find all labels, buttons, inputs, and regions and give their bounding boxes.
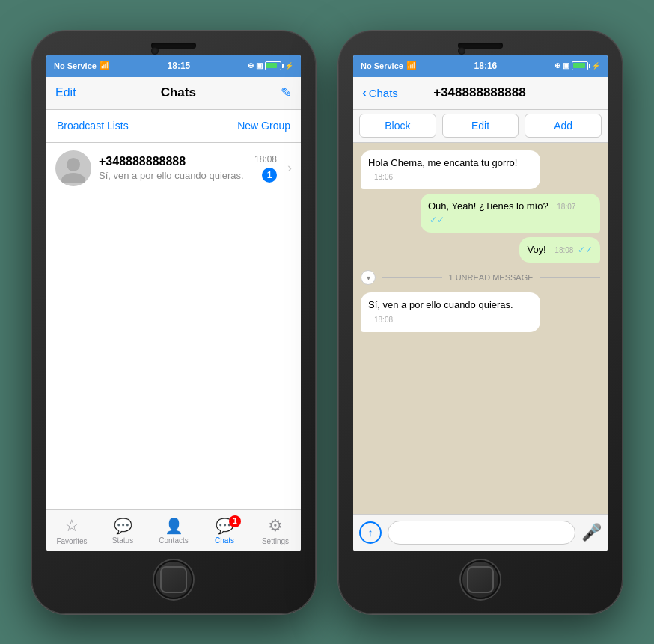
- edit-button-left[interactable]: Edit: [55, 86, 76, 99]
- message-incoming-4: Sí, ven a por ello cuando quieras. 18:08: [361, 292, 540, 331]
- message-text-2: Ouh, Yeah! ¿Tienes lo mío?: [428, 200, 548, 212]
- svg-point-1: [61, 173, 85, 183]
- unread-badge: 1: [262, 168, 277, 183]
- speaker-left: [151, 43, 196, 49]
- unread-line-right: [540, 277, 600, 278]
- status-label: Status: [112, 536, 133, 545]
- messages-area: Hola Chema, me encanta tu gorro! 18:06 O…: [353, 143, 608, 514]
- back-to-chats-button[interactable]: ‹ Chats: [362, 86, 398, 99]
- action-bar: Block Edit Add: [353, 110, 608, 143]
- tab-status[interactable]: 💬 Status: [97, 517, 148, 545]
- chats-tab-label: Chats: [215, 536, 234, 545]
- message-text-3: Voy!: [527, 244, 545, 255]
- microphone-button[interactable]: 🎤: [581, 523, 602, 542]
- status-signal-left: No Service 📶: [54, 61, 110, 70]
- wifi-icon-left: 📶: [100, 61, 110, 70]
- unread-divider: ▾ 1 UNREAD MESSAGE: [361, 267, 600, 288]
- chat-list: +348888888888 Sí, ven a por ello cuando …: [46, 143, 301, 509]
- attach-button[interactable]: ↑: [359, 521, 382, 544]
- new-group-button[interactable]: New Group: [237, 120, 290, 132]
- message-outgoing-2: Ouh, Yeah! ¿Tienes lo mío? 18:07 ✓✓: [421, 194, 600, 233]
- message-text-1: Hola Chema, me encanta tu gorro!: [368, 157, 517, 168]
- message-incoming-1: Hola Chema, me encanta tu gorro! 18:06: [361, 150, 540, 189]
- message-text-4: Sí, ven a por ello cuando quieras.: [368, 299, 513, 310]
- lightning-icon-right: ⚡: [592, 62, 600, 70]
- signal-text-left: No Service: [54, 61, 97, 70]
- chat-meta: 18:08 1: [254, 154, 277, 183]
- lightning-icon-left: ⚡: [285, 62, 293, 70]
- tab-favorites[interactable]: ☆ Favorites: [46, 516, 97, 545]
- contact-title: +348888888888: [433, 85, 525, 100]
- nav-bar-left: Edit Chats ✎: [46, 77, 301, 110]
- home-button-left[interactable]: [154, 560, 193, 599]
- home-button-inner-right: [467, 566, 494, 593]
- favorites-icon: ☆: [64, 516, 79, 536]
- replay-icon-right: ⊕: [554, 61, 560, 70]
- left-screen: No Service 📶 18:15 ⊕ ▣ ⚡ Edit Chats ✎ Br…: [46, 55, 301, 551]
- tab-settings[interactable]: ⚙ Settings: [250, 516, 301, 545]
- contacts-label: Contacts: [159, 536, 188, 545]
- replay-icon-left: ⊕: [248, 61, 254, 70]
- message-time-2: 18:07: [557, 202, 575, 212]
- tab-bar: ☆ Favorites 💬 Status 👤 Contacts 💬 1 Chat…: [46, 509, 301, 551]
- status-time-left: 18:15: [168, 61, 191, 71]
- chat-info: +348888888888 Sí, ven a por ello cuando …: [99, 155, 247, 181]
- camera-left: [151, 47, 159, 55]
- chat-item[interactable]: +348888888888 Sí, ven a por ello cuando …: [46, 143, 301, 194]
- edit-contact-button[interactable]: Edit: [442, 114, 519, 138]
- right-phone: No Service 📶 18:16 ⊕ ▣ ⚡ ‹ Chats +348888…: [338, 31, 623, 614]
- unread-line-left: [382, 277, 442, 278]
- message-outgoing-3: Voy! 18:08 ✓✓: [519, 237, 600, 263]
- settings-label: Settings: [262, 537, 289, 545]
- camera-right: [458, 47, 465, 55]
- favorites-label: Favorites: [56, 537, 87, 545]
- home-button-inner-left: [160, 566, 187, 593]
- signal-text-right: No Service: [361, 61, 403, 70]
- chevron-right-icon: ›: [287, 160, 292, 176]
- back-label: Chats: [369, 87, 398, 99]
- status-signal-right: No Service 📶: [361, 61, 417, 70]
- status-bar-right: No Service 📶 18:16 ⊕ ▣ ⚡: [353, 55, 608, 77]
- status-icon: 💬: [114, 517, 132, 535]
- speaker-right: [458, 43, 503, 49]
- settings-icon: ⚙: [268, 516, 283, 536]
- battery-left: ⚡: [265, 61, 293, 70]
- contacts-icon: 👤: [165, 517, 183, 535]
- status-right-right: ⊕ ▣ ⚡: [554, 61, 600, 70]
- block-button[interactable]: Block: [359, 114, 436, 138]
- status-time-right: 18:16: [474, 61, 498, 71]
- chats-title: Chats: [161, 85, 196, 100]
- tab-chats[interactable]: 💬 1 Chats: [199, 517, 250, 545]
- photo-icon-right: ▣: [563, 61, 569, 70]
- status-bar-left: No Service 📶 18:15 ⊕ ▣ ⚡: [46, 55, 301, 77]
- message-time-3: 18:08: [554, 245, 573, 256]
- chat-preview: Sí, ven a por ello cuando quieras.: [99, 170, 247, 181]
- home-button-right[interactable]: [461, 560, 500, 599]
- tab-contacts[interactable]: 👤 Contacts: [148, 517, 199, 545]
- left-phone: No Service 📶 18:15 ⊕ ▣ ⚡ Edit Chats ✎ Br…: [31, 31, 316, 614]
- unread-arrow-icon: ▾: [361, 270, 376, 285]
- message-input[interactable]: [388, 521, 575, 545]
- chat-time: 18:08: [254, 154, 277, 165]
- input-bar: ↑ 🎤: [353, 514, 608, 551]
- unread-text: 1 UNREAD MESSAGE: [448, 273, 533, 282]
- photo-icon-left: ▣: [256, 61, 263, 70]
- wifi-icon-right: 📶: [406, 61, 417, 70]
- chat-name: +348888888888: [99, 155, 247, 168]
- broadcast-bar: Broadcast Lists New Group: [46, 110, 301, 143]
- svg-point-0: [67, 158, 80, 171]
- chats-tab-badge: 1: [229, 515, 241, 527]
- avatar: [55, 150, 91, 186]
- nav-bar-right: ‹ Chats +348888888888: [353, 77, 608, 110]
- message-time-4: 18:08: [374, 315, 393, 325]
- battery-right: ⚡: [572, 61, 600, 70]
- back-arrow-icon: ‹: [362, 85, 367, 99]
- message-time-1: 18:06: [374, 172, 393, 183]
- status-right-left: ⊕ ▣ ⚡: [248, 61, 293, 70]
- broadcast-lists-button[interactable]: Broadcast Lists: [57, 120, 129, 132]
- checkmarks-2: ✓✓: [430, 215, 444, 225]
- add-contact-button[interactable]: Add: [525, 114, 602, 138]
- checkmarks-3: ✓✓: [578, 245, 593, 255]
- compose-button[interactable]: ✎: [281, 85, 292, 101]
- right-screen: No Service 📶 18:16 ⊕ ▣ ⚡ ‹ Chats +348888…: [353, 55, 608, 551]
